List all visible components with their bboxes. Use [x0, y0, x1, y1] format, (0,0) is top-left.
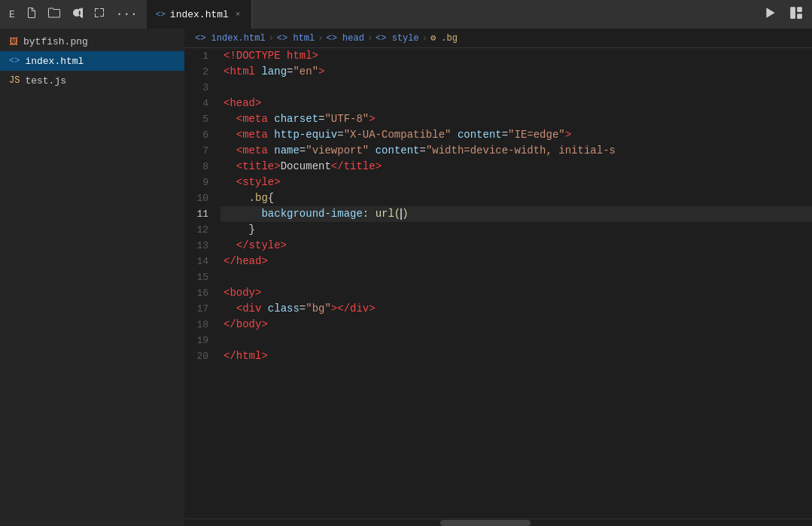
collapse-icon[interactable]: [90, 5, 108, 24]
table-row: 7 <meta name="viewport" content="width=d…: [184, 143, 812, 159]
tab-label: index.html: [170, 9, 229, 20]
breadcrumb: <> index.html › <> html › <> head › <> s…: [184, 29, 812, 48]
line-number: 20: [184, 348, 220, 364]
breadcrumb-html[interactable]: <> html: [277, 33, 315, 44]
png-icon: 🖼: [9, 36, 18, 47]
table-row: 18 </body>: [184, 317, 812, 333]
line-content[interactable]: <head>: [220, 96, 812, 111]
tab-close-button[interactable]: ×: [233, 9, 243, 20]
js-icon: JS: [9, 75, 20, 86]
line-content[interactable]: <meta name="viewport" content="width=dev…: [220, 143, 812, 159]
line-number: 2: [184, 64, 220, 80]
line-content[interactable]: background-image: url(): [220, 206, 812, 222]
line-number: 7: [184, 143, 220, 159]
line-content[interactable]: [220, 269, 812, 285]
line-number: 3: [184, 80, 220, 96]
breadcrumb-style[interactable]: <> style: [376, 33, 419, 44]
line-number: 14: [184, 254, 220, 269]
svg-rect-2: [797, 14, 802, 19]
line-number: 6: [184, 127, 220, 143]
table-row: 6 <meta http-equiv="X-UA-Compatible" con…: [184, 127, 812, 143]
new-folder-icon[interactable]: [45, 5, 63, 24]
sidebar-item-test-js[interactable]: JS test.js: [0, 71, 184, 90]
line-content[interactable]: <title>Document</title>: [220, 159, 812, 175]
line-number: 16: [184, 285, 220, 301]
svg-rect-1: [797, 7, 802, 12]
title-bar: E ··· <> index.html ×: [0, 0, 812, 29]
table-row: 8 <title>Document</title>: [184, 159, 812, 175]
breadcrumb-index-html[interactable]: <> index.html: [195, 33, 266, 44]
title-bar-left: E ···: [6, 5, 141, 24]
sidebar: 🖼 bytfish.png <> index.html JS test.js: [0, 29, 184, 526]
title-bar-right: [761, 4, 806, 25]
breadcrumb-head[interactable]: <> head: [326, 33, 363, 44]
table-row: 16 <body>: [184, 285, 812, 301]
line-content[interactable]: [220, 80, 812, 96]
line-number: 5: [184, 111, 220, 127]
table-row: 17 <div class="bg"></div>: [184, 301, 812, 317]
line-content[interactable]: <!DOCTYPE html>: [220, 48, 812, 64]
line-content[interactable]: <style>: [220, 175, 812, 190]
table-row: 9 <style>: [184, 175, 812, 190]
sidebar-item-label: index.html: [25, 56, 84, 67]
run-button[interactable]: [761, 4, 780, 25]
main-layout: 🖼 bytfish.png <> index.html JS test.js <…: [0, 29, 812, 526]
line-content[interactable]: <div class="bg"></div>: [220, 301, 812, 317]
line-number: 12: [184, 222, 220, 238]
line-content[interactable]: }: [220, 222, 812, 238]
line-number: 19: [184, 333, 220, 348]
line-number: 8: [184, 159, 220, 175]
tab-index-html[interactable]: <> index.html ×: [147, 0, 253, 29]
line-content[interactable]: <body>: [220, 285, 812, 301]
table-row: 12 }: [184, 222, 812, 238]
line-content[interactable]: .bg{: [220, 190, 812, 206]
line-content[interactable]: [220, 333, 812, 348]
sidebar-item-bytfish[interactable]: 🖼 bytfish.png: [0, 32, 184, 51]
tab-html-icon: <>: [156, 10, 166, 19]
html-icon: <>: [9, 56, 20, 66]
code-area[interactable]: 1 <!DOCTYPE html> 2 <html lang="en"> 3: [184, 48, 812, 518]
sidebar-item-label: test.js: [25, 75, 66, 87]
line-number: 15: [184, 269, 220, 285]
table-row: 1 <!DOCTYPE html>: [184, 48, 812, 64]
line-content[interactable]: </head>: [220, 254, 812, 269]
refresh-icon[interactable]: [68, 5, 86, 24]
line-number: 1: [184, 48, 220, 64]
horizontal-scrollbar[interactable]: [184, 518, 812, 526]
line-number: 4: [184, 96, 220, 111]
sidebar-item-index-html[interactable]: <> index.html: [0, 51, 184, 71]
line-number: 17: [184, 301, 220, 317]
line-number: 13: [184, 238, 220, 254]
line-content[interactable]: <html lang="en">: [220, 64, 812, 80]
new-file-icon[interactable]: [23, 5, 41, 24]
line-content[interactable]: </body>: [220, 317, 812, 333]
more-icon[interactable]: ···: [113, 5, 141, 23]
line-content[interactable]: <meta charset="UTF-8">: [220, 111, 812, 127]
line-number: 10: [184, 190, 220, 206]
table-row: 13 </style>: [184, 238, 812, 254]
line-content[interactable]: </style>: [220, 238, 812, 254]
table-row: 20 </html>: [184, 348, 812, 364]
sidebar-item-label: bytfish.png: [23, 36, 88, 47]
table-row: 5 <meta charset="UTF-8">: [184, 111, 812, 127]
table-row: 10 .bg{: [184, 190, 812, 206]
editor: <> index.html › <> html › <> head › <> s…: [184, 29, 812, 526]
scrollbar-thumb[interactable]: [440, 520, 531, 526]
line-number: 11: [184, 206, 220, 222]
table-row: 4 <head>: [184, 96, 812, 111]
line-content[interactable]: </html>: [220, 348, 812, 364]
layout-icon[interactable]: [786, 4, 806, 25]
e-icon[interactable]: E: [6, 7, 18, 23]
tab-bar: <> index.html ×: [147, 0, 755, 29]
table-row: 3: [184, 80, 812, 96]
breadcrumb-bg[interactable]: ⚙ .bg: [430, 32, 458, 44]
svg-rect-0: [790, 7, 795, 19]
line-number: 18: [184, 317, 220, 333]
table-row: 11 background-image: url(): [184, 206, 812, 222]
line-content[interactable]: <meta http-equiv="X-UA-Compatible" conte…: [220, 127, 812, 143]
table-row: 15: [184, 269, 812, 285]
table-row: 19: [184, 333, 812, 348]
table-row: 14 </head>: [184, 254, 812, 269]
code-table: 1 <!DOCTYPE html> 2 <html lang="en"> 3: [184, 48, 812, 364]
table-row: 2 <html lang="en">: [184, 64, 812, 80]
